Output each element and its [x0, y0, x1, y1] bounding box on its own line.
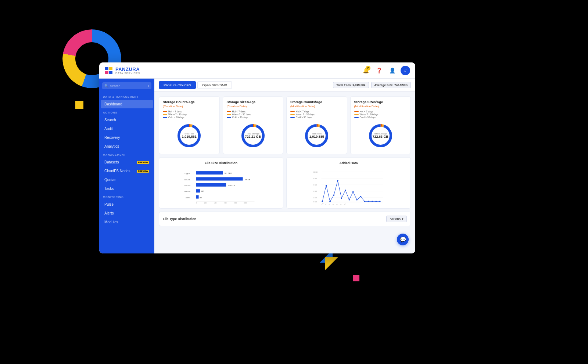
search-input[interactable] [110, 84, 139, 88]
svg-text:2 GB: 2 GB [313, 197, 317, 199]
user-button[interactable]: 👤 [387, 66, 397, 75]
dashboard-content: Storage Counts/Age(Creation Date)Hot < 7… [154, 92, 415, 253]
svg-text:64M-256M: 64M-256M [184, 191, 191, 192]
grid-icon[interactable]: # [401, 66, 410, 75]
deco-yellow-square [75, 101, 83, 109]
legend-item: Hot < 7 days [227, 110, 280, 113]
sidebar-item-cloudfs-nodes[interactable]: CloudFS NodesPREVIEW [101, 167, 153, 175]
logo-sub: DATA SERVICES [115, 72, 140, 75]
sidebar: 🔍 › DATA & MANAGEMENTDashboardACTIONSSea… [99, 79, 154, 253]
logo-text: PANZURA DATA SERVICES [115, 66, 140, 75]
donut-center-value: 1,019,861 [182, 135, 197, 138]
tab-open-nfs-smb[interactable]: Open NFS/SMB [197, 81, 232, 89]
donut-chart-1: Storage Sizes/Age(Creation Date)Hot < 7 … [223, 96, 284, 154]
svg-point-56 [372, 201, 373, 202]
svg-point-45 [329, 201, 330, 202]
legend-item: Warm 7 - 30 days [163, 113, 216, 116]
sidebar-search[interactable]: 🔍 › [102, 82, 151, 89]
chat-bubble-button[interactable]: 💬 [397, 234, 409, 245]
svg-rect-21 [196, 195, 198, 199]
legend-label: Cold > 30 days [168, 116, 184, 119]
svg-point-58 [379, 201, 380, 202]
logo: PANZURA DATA SERVICES [104, 66, 140, 75]
sidebar-item-tasks[interactable]: Tasks [101, 184, 153, 193]
donut-subtitle-3: (Modification Date) [354, 105, 407, 108]
donut-container-2: Total Files1,019,885 [290, 121, 343, 150]
svg-text:8/02: 8/02 [339, 203, 342, 205]
donut-center-1: Total Storage722.21 GB [245, 133, 261, 138]
donut-title-1: Storage Sizes/Age [227, 100, 280, 104]
file-type-distribution-card: File Type Distribution Actions ▾ [159, 212, 411, 226]
svg-text:1000: 1000 [244, 202, 247, 204]
svg-rect-0 [105, 67, 108, 70]
donut-subtitle-1: (Creation Date) [227, 105, 280, 108]
svg-text:29/01: 29/01 [328, 203, 331, 205]
legend-label: Hot < 7 days [232, 110, 246, 113]
legend-item: Warm 7 - 30 days [227, 113, 280, 116]
svg-point-48 [341, 198, 342, 199]
svg-text:<64MB: <64MB [185, 197, 190, 199]
donut-subtitle-2: (Modification Date) [290, 105, 343, 108]
search-icon: 🔍 [104, 84, 108, 88]
tab-panzura-cloudfs[interactable]: Panzura CloudFS [159, 81, 196, 89]
svg-text:40: 40 [200, 197, 202, 199]
legend-dot [354, 114, 359, 115]
donut-center-0: Total Files1,019,861 [182, 133, 197, 138]
svg-rect-9 [196, 171, 223, 174]
donut-container-0: Total Files1,019,861 [163, 121, 216, 150]
svg-text:1GB-4GB: 1GB-4GB [184, 179, 190, 181]
legend-dot [290, 117, 295, 118]
sidebar-item-modules[interactable]: Modules [101, 218, 153, 226]
sidebar-section-monitoring: MONITORING [99, 193, 154, 200]
svg-text:7043 K: 7043 K [244, 179, 251, 181]
svg-rect-15 [196, 183, 226, 187]
legend-dot [354, 111, 359, 112]
app-body: 🔍 › DATA & MANAGEMENTDashboardACTIONSSea… [99, 79, 415, 253]
svg-point-52 [356, 199, 357, 200]
line-chart-area: 10 GB 8 GB 6 GB 4 GB 2 GB 0 GB [290, 168, 407, 205]
sidebar-item-dashboard[interactable]: Dashboard [101, 100, 153, 108]
donut-container-3: Total Storage722.63 GB [354, 121, 407, 150]
sidebar-sections: DATA & MANAGEMENTDashboardACTIONSSearchA… [99, 93, 154, 227]
sidebar-item-alerts[interactable]: Alerts [101, 209, 153, 217]
notification-button[interactable]: 🔔 2 [361, 66, 370, 75]
line-chart-svg: 10 GB 8 GB 6 GB 4 GB 2 GB 0 GB [290, 168, 407, 205]
stat-average-size-: Average Size: 742.95KB [371, 82, 411, 88]
svg-text:>4GB: >4GB [186, 173, 190, 174]
svg-point-50 [349, 199, 350, 200]
sidebar-item-search[interactable]: Search [101, 116, 153, 124]
legend-label: Cold > 30 days [232, 116, 248, 119]
donut-chart-2: Storage Counts/Age(Modification Date)Hot… [286, 96, 347, 154]
sidebar-item-audit[interactable]: Audit [101, 125, 153, 133]
file-size-distribution-card: File Size Distribution 4 GB 101.54 K >4G… [159, 157, 283, 209]
sidebar-item-pulse[interactable]: Pulse [101, 200, 153, 209]
donut-center-3: Total Storage722.63 GB [372, 133, 388, 138]
sidebar-item-quotas[interactable]: Quotas [101, 176, 153, 184]
legend-label: Warm 7 - 30 days [360, 113, 379, 116]
sidebar-item-datasets[interactable]: DatasetsPREVIEW [101, 158, 153, 166]
sidebar-item-analytics[interactable]: Analytics [101, 142, 153, 151]
sidebar-item-recovery[interactable]: Recovery [101, 133, 153, 142]
svg-rect-1 [109, 67, 112, 70]
svg-point-57 [376, 201, 377, 202]
legend-dot [227, 114, 231, 115]
svg-text:600: 600 [225, 202, 227, 204]
actions-button[interactable]: Actions ▾ [386, 216, 407, 222]
deco-yellow-triangle [325, 257, 338, 270]
svg-text:4 GB: 4 GB [313, 190, 317, 192]
legend-item: Cold > 30 days [354, 116, 407, 119]
donut-title-0: Storage Counts/Age [163, 100, 216, 104]
file-size-title: File Size Distribution [163, 161, 279, 165]
donut-title-3: Storage Sizes/Age [354, 100, 407, 104]
tabs-bar: Panzura CloudFSOpen NFS/SMB Total Files:… [154, 79, 415, 92]
legend-item: Hot < 7 days [163, 110, 216, 113]
donut-chart-3: Storage Sizes/Age(Modification Date)Hot … [350, 96, 411, 154]
donut-center-value: 722.21 GB [245, 135, 261, 138]
donut-center-2: Total Files1,019,885 [309, 133, 324, 138]
panzura-logo-icon [104, 66, 113, 75]
svg-point-51 [352, 191, 354, 192]
svg-rect-12 [196, 177, 243, 180]
help-button[interactable]: ❓ [374, 66, 384, 75]
header-icons: 🔔 2 ❓ 👤 # [361, 66, 410, 75]
svg-text:26/12/20: 26/12/20 [320, 202, 324, 205]
